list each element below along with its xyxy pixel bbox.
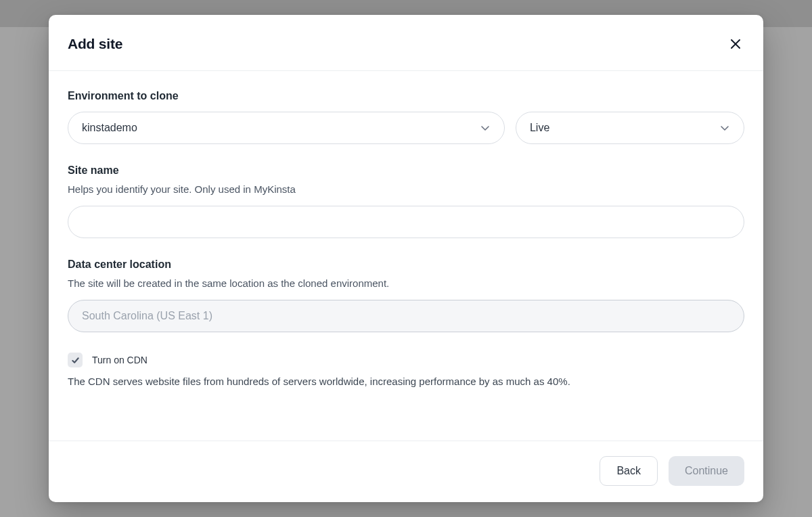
environment-selects-row: kinstademo Live [68, 112, 744, 144]
field-label: Site name [68, 164, 744, 177]
field-help: The site will be created in the same loc… [68, 276, 744, 290]
environment-select-value: Live [530, 122, 549, 134]
site-name-field: Site name Helps you identify your site. … [68, 164, 744, 238]
field-label: Environment to clone [68, 90, 744, 102]
close-icon [729, 38, 742, 50]
cdn-field: Turn on CDN The CDN serves website files… [68, 353, 744, 390]
modal-title: Add site [68, 36, 122, 52]
field-help: Helps you identify your site. Only used … [68, 182, 744, 196]
chevron-down-icon [480, 122, 491, 133]
data-center-value: South Carolina (US East 1) [82, 310, 212, 322]
check-icon [71, 356, 80, 365]
continue-button[interactable]: Continue [669, 456, 744, 486]
chevron-down-icon [719, 122, 730, 133]
site-select[interactable]: kinstademo [68, 112, 505, 144]
environment-to-clone-field: Environment to clone kinstademo Live [68, 90, 744, 144]
modal-header: Add site [49, 15, 763, 71]
add-site-modal: Add site Environment to clone kinstademo [49, 15, 763, 502]
modal-body: Environment to clone kinstademo Live [49, 71, 763, 441]
close-button[interactable] [727, 35, 744, 53]
environment-select[interactable]: Live [516, 112, 744, 144]
data-center-field: Data center location The site will be cr… [68, 258, 744, 332]
site-select-value: kinstademo [82, 122, 137, 134]
cdn-help-text: The CDN serves website files from hundre… [68, 374, 744, 390]
modal-footer: Back Continue [49, 441, 763, 502]
cdn-checkbox-row: Turn on CDN [68, 353, 744, 367]
field-label: Data center location [68, 258, 744, 271]
cdn-checkbox[interactable] [68, 353, 83, 367]
site-name-input[interactable] [68, 206, 744, 238]
back-button[interactable]: Back [600, 456, 658, 486]
data-center-input-disabled: South Carolina (US East 1) [68, 300, 744, 332]
cdn-checkbox-label: Turn on CDN [92, 355, 148, 365]
